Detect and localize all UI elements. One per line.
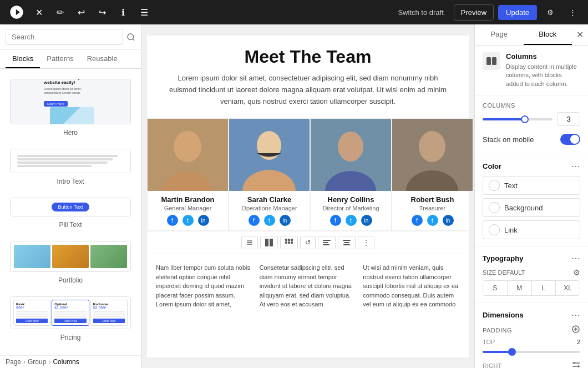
- columns-layout-button[interactable]: [260, 236, 278, 249]
- padding-section: PADDING TOP 2 RIGHT: [483, 325, 580, 368]
- tab-blocks[interactable]: Blocks: [6, 50, 40, 68]
- twitter-icon-robert[interactable]: t: [427, 215, 438, 226]
- redo-button[interactable]: ↪: [93, 3, 111, 21]
- align-left-button[interactable]: [318, 236, 336, 249]
- size-options: S M L XL: [483, 280, 580, 296]
- team-role-sarah: Operations Manager: [234, 205, 305, 211]
- svg-point-9: [338, 132, 363, 162]
- settings-button[interactable]: ⚙: [541, 3, 559, 21]
- switch-draft-button[interactable]: Switch to draft: [392, 5, 449, 20]
- team-info-henry: Henry Collins Director of Marketing f t …: [311, 191, 391, 230]
- grid-layout-button[interactable]: [280, 236, 298, 249]
- padding-top-slider[interactable]: [483, 347, 580, 356]
- stack-mobile-toggle[interactable]: [560, 134, 580, 145]
- color-section: Color ⋯ Text Background Link: [475, 154, 588, 246]
- size-settings-button[interactable]: ⚙: [573, 268, 580, 277]
- block-info: Columns Display content in multiple colu…: [483, 52, 580, 88]
- svg-rect-26: [323, 242, 328, 243]
- page-title: Meet The Team: [147, 36, 469, 73]
- tab-patterns[interactable]: Patterns: [40, 50, 80, 68]
- panel-close-button[interactable]: ✕: [572, 25, 588, 44]
- svg-rect-32: [492, 57, 496, 65]
- facebook-icon-sarah[interactable]: f: [249, 215, 260, 226]
- color-option-link[interactable]: Link: [483, 220, 580, 239]
- list-item[interactable]: Portfolio: [0, 235, 141, 291]
- search-input[interactable]: [6, 29, 123, 45]
- update-button[interactable]: Update: [498, 5, 537, 20]
- text-column-3: Ut wisi ad minim veniam, quis nostrud ex…: [363, 263, 460, 309]
- edit-button[interactable]: ✏: [51, 3, 69, 21]
- dimensions-title: Dimensions: [483, 311, 524, 319]
- social-icons-robert: f t in: [397, 215, 468, 226]
- breadcrumb: Page › Group › Columns: [0, 355, 141, 368]
- panel-tabs: Page Block ✕: [475, 24, 588, 46]
- size-l[interactable]: L: [532, 281, 556, 295]
- hero-preview: New Block Theme For WordPress Discover n…: [10, 79, 131, 124]
- color-option-background[interactable]: Background: [483, 198, 580, 217]
- typography-more-button[interactable]: ⋯: [571, 253, 580, 264]
- list-view-button[interactable]: ☰: [135, 3, 153, 21]
- padding-settings-button[interactable]: [572, 361, 580, 368]
- align-center-button[interactable]: [338, 236, 356, 249]
- info-button[interactable]: ℹ: [114, 3, 132, 21]
- tab-block[interactable]: Block: [524, 24, 572, 45]
- facebook-icon-robert[interactable]: f: [412, 215, 423, 226]
- size-m[interactable]: M: [508, 281, 532, 295]
- pill-preview: Button Text: [10, 198, 131, 216]
- linkedin-icon-henry[interactable]: in: [361, 215, 372, 226]
- more-options-button[interactable]: ⋮: [564, 3, 581, 21]
- tab-reusable[interactable]: Reusable: [80, 50, 124, 68]
- svg-rect-21: [291, 239, 293, 241]
- block-list: New Block Theme For WordPress Discover n…: [0, 69, 141, 355]
- padding-link-button[interactable]: [571, 325, 580, 335]
- svg-rect-27: [323, 244, 330, 245]
- color-option-text[interactable]: Text: [483, 176, 580, 195]
- padding-top-label: TOP: [483, 339, 495, 345]
- twitter-icon-sarah[interactable]: t: [264, 215, 275, 226]
- twitter-icon-martin[interactable]: t: [183, 215, 194, 226]
- team-member-martin: Martin Brandon General Manager f t in: [147, 118, 229, 231]
- tab-page[interactable]: Page: [475, 24, 524, 45]
- columns-label: COLUMNS: [483, 102, 580, 109]
- facebook-icon-henry[interactable]: f: [330, 215, 341, 226]
- dimensions-more-button[interactable]: ⋯: [571, 310, 580, 320]
- close-button[interactable]: ✕: [30, 3, 48, 21]
- dimensions-header: Dimensions ⋯: [483, 310, 580, 320]
- team-name-robert: Robert Bush: [397, 195, 468, 204]
- columns-number-input[interactable]: 3: [557, 112, 580, 126]
- svg-rect-22: [285, 241, 287, 244]
- hero-label: Hero: [6, 127, 135, 140]
- list-item[interactable]: Button Text Pill Text: [0, 192, 141, 235]
- twitter-icon-henry[interactable]: t: [346, 215, 357, 226]
- svg-rect-25: [323, 240, 331, 241]
- breadcrumb-group[interactable]: Group: [28, 358, 46, 366]
- svg-point-3: [174, 131, 201, 162]
- linkedin-icon-robert[interactable]: in: [443, 215, 454, 226]
- padding-top-row: TOP 2: [483, 339, 580, 345]
- canvas-inner: Meet The Team Lorem ipsum dolor sit amet…: [147, 36, 469, 357]
- undo-button[interactable]: ↩: [72, 3, 90, 21]
- block-description: Display content in multiple columns, wit…: [506, 63, 580, 88]
- size-s[interactable]: S: [483, 281, 508, 295]
- size-default-label: SIZE DEFAULT: [483, 269, 525, 276]
- list-item[interactable]: Intro Text: [0, 143, 141, 192]
- size-xl[interactable]: XL: [556, 281, 580, 295]
- list-item[interactable]: Basic $99* Order Now Optimal $1,599*: [0, 291, 141, 348]
- preview-button[interactable]: Preview: [454, 4, 494, 21]
- svg-rect-28: [343, 240, 351, 241]
- padding-label-row: PADDING: [483, 325, 580, 335]
- list-item[interactable]: New Block Theme For WordPress Discover n…: [0, 73, 141, 143]
- page-description: Lorem ipsum dolor sit amet, consectetuer…: [147, 73, 469, 118]
- stack-mobile-label: Stack on mobile: [483, 135, 534, 144]
- background-color-circle: [489, 202, 500, 213]
- breadcrumb-page[interactable]: Page: [6, 358, 21, 366]
- facebook-icon-martin[interactable]: f: [167, 215, 178, 226]
- more-options-toolbar-button[interactable]: ⋮: [358, 236, 374, 249]
- color-more-button[interactable]: ⋯: [571, 161, 580, 172]
- linkedin-icon-martin[interactable]: in: [198, 215, 209, 226]
- linkedin-icon-sarah[interactable]: in: [280, 215, 291, 226]
- drag-handle[interactable]: [241, 236, 258, 249]
- main-layout: Blocks Patterns Reusable New Block Theme…: [0, 24, 588, 368]
- refresh-button[interactable]: ↺: [300, 236, 316, 249]
- search-button[interactable]: [126, 33, 135, 42]
